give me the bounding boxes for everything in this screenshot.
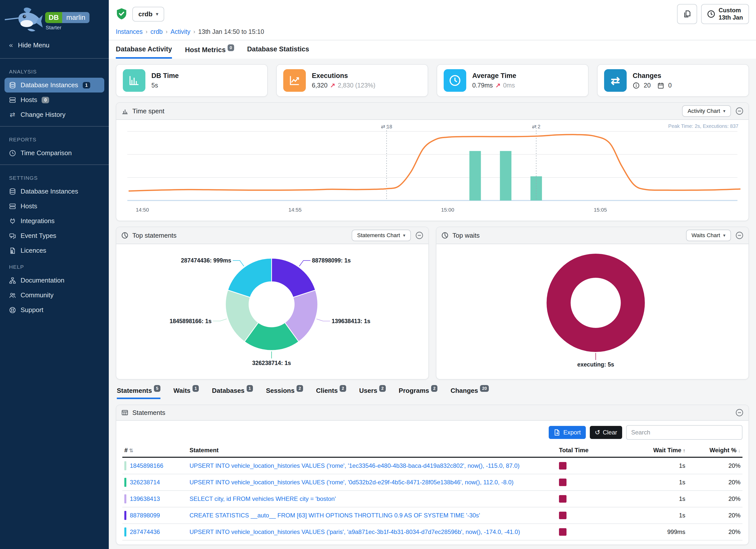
copy-link-button[interactable] <box>677 4 697 24</box>
column-header-wait-time[interactable]: Wait Time↑ <box>612 444 687 457</box>
tab-count-badge: 2 <box>379 385 386 392</box>
sidebar-item-hosts[interactable]: Hosts0 <box>0 93 109 107</box>
statement-id-link[interactable]: 887898099 <box>130 512 160 519</box>
copy-icon <box>683 10 691 19</box>
collapse-icon[interactable] <box>735 231 743 239</box>
docs-icon <box>9 277 16 284</box>
tab-programs[interactable]: Programs2 <box>399 386 438 399</box>
statement-link[interactable]: CREATE STATISTICS __auto__ FROM [63] WIT… <box>190 512 480 519</box>
top-statements-donut: 887898099: 1s139638413: 1s326238714: 1s1… <box>116 244 428 377</box>
breadcrumb-item[interactable]: crdb <box>150 28 163 35</box>
breadcrumb-item[interactable]: Instances <box>116 28 143 35</box>
statement-id-link[interactable]: 139638413 <box>130 495 160 502</box>
donut-slice-executing[interactable] <box>559 266 633 340</box>
column-header-statement: Statement <box>187 444 557 457</box>
calendar-change-count: 0 <box>668 82 672 89</box>
sidebar-nav: ANALYSISDatabase Instances1Hosts0⇄Change… <box>0 63 109 317</box>
executions-bar[interactable] <box>469 151 481 200</box>
weight-value: 20% <box>687 491 742 507</box>
sidebar: DB marlin Starter « Hide Menu ANALYSISDa… <box>0 0 109 549</box>
sidebar-item-time-comparison[interactable]: Time Comparison <box>0 146 109 160</box>
time-range-button[interactable]: Custom 13th Jan <box>701 4 749 24</box>
card-title: Average Time <box>472 72 516 80</box>
tab-sessions[interactable]: Sessions2 <box>266 386 303 399</box>
sidebar-item-event-types[interactable]: Event Types <box>0 228 109 243</box>
activity-chart-selector[interactable]: Activity Chart ▾ <box>682 105 731 117</box>
caret-down-icon: ▾ <box>723 108 725 114</box>
clock-icon <box>9 150 16 157</box>
column-header-[interactable]: #⇅ <box>122 444 187 457</box>
tab-label: Database Activity <box>116 45 172 53</box>
tab-changes[interactable]: Changes20 <box>450 386 489 399</box>
statement-color-chip <box>124 461 126 470</box>
statement-id-link[interactable]: 287474436 <box>130 528 160 535</box>
card-executions: Executions6,320↗2,830 (123%) <box>276 64 428 97</box>
tab-host-metrics[interactable]: Host Metrics0 <box>185 45 234 59</box>
wait-time-value: 1s <box>612 474 687 491</box>
sidebar-item-licences[interactable]: Licences <box>0 243 109 258</box>
statements-chart-selector[interactable]: Statements Chart ▾ <box>352 230 411 241</box>
waits-chart-selector[interactable]: Waits Chart ▾ <box>686 230 731 241</box>
weight-value: 20% <box>687 524 742 540</box>
collapse-icon[interactable] <box>735 409 743 417</box>
change-marker-label[interactable]: ⇄ 18 <box>381 124 392 129</box>
sidebar-item-database-instances[interactable]: Database Instances1 <box>5 78 104 93</box>
executions-bar[interactable] <box>500 151 511 200</box>
search-input[interactable] <box>626 425 742 440</box>
tab-database-activity[interactable]: Database Activity <box>116 45 172 59</box>
donut-slice-887898099[interactable] <box>272 258 316 297</box>
sidebar-item-community[interactable]: Community <box>0 288 109 303</box>
tab-label: Changes <box>450 387 478 394</box>
people-icon <box>9 292 16 299</box>
pie-chart-icon <box>441 232 448 239</box>
card-title: Executions <box>312 72 375 80</box>
export-icon <box>554 429 560 436</box>
tab-label: Programs <box>399 387 429 394</box>
breadcrumb-item[interactable]: Activity <box>170 28 190 35</box>
tab-databases[interactable]: Databases1 <box>212 386 253 399</box>
tab-label: Databases <box>212 387 244 394</box>
main-tabs: Database ActivityHost Metrics0Database S… <box>109 40 756 59</box>
donut-label-leader <box>316 319 330 321</box>
statement-link[interactable]: SELECT city, id FROM vehicles WHERE city… <box>190 495 336 502</box>
donut-slice-287474436[interactable] <box>228 258 272 297</box>
trend-up-icon: ↗ <box>495 82 501 89</box>
statement-link[interactable]: UPSERT INTO vehicle_location_histories V… <box>190 528 520 535</box>
time-spent-svg: ⇄ 18⇄ 214:5014:5515:0015:05 <box>124 121 740 220</box>
content: DB Time5sExecutions6,320↗2,830 (123%)Ave… <box>109 59 756 549</box>
column-header-weight[interactable]: Weight %↓ <box>687 444 742 457</box>
bar-chart-icon <box>123 69 145 92</box>
tab-database-statistics[interactable]: Database Statistics <box>247 45 309 59</box>
sidebar-item-documentation[interactable]: Documentation <box>0 273 109 288</box>
time-spent-chart: Peak Time: 2s, Executions: 837 ⇄ 18⇄ 214… <box>116 120 748 221</box>
instance-selector[interactable]: crdb ▾ <box>132 7 164 22</box>
tab-count-badge: 5 <box>154 385 160 392</box>
statement-link[interactable]: UPSERT INTO vehicle_location_histories V… <box>190 479 514 486</box>
sidebar-item-database-instances[interactable]: Database Instances <box>0 184 109 199</box>
sidebar-item-integrations[interactable]: Integrations <box>0 214 109 228</box>
export-button[interactable]: Export <box>549 426 586 439</box>
sidebar-item-change-history[interactable]: ⇄Change History <box>0 107 109 122</box>
change-marker-label[interactable]: ⇄ 2 <box>532 124 540 129</box>
statement-id-link[interactable]: 1845898166 <box>130 462 163 469</box>
topbar: crdb ▾ Custom 13th Jan <box>109 0 756 40</box>
hide-menu-button[interactable]: « Hide Menu <box>0 36 109 54</box>
tab-users[interactable]: Users2 <box>359 386 386 399</box>
statement-id-link[interactable]: 326238714 <box>130 479 160 486</box>
sidebar-item-hosts[interactable]: Hosts <box>0 199 109 214</box>
clear-button[interactable]: ↺ Clear <box>590 426 622 439</box>
tab-clients[interactable]: Clients2 <box>316 386 346 399</box>
info-change-count: 20 <box>644 82 651 89</box>
sidebar-item-support[interactable]: Support <box>0 303 109 317</box>
total-time-bar <box>559 512 566 519</box>
breadcrumb-item: 13th Jan 14:50 to 15:10 <box>198 28 264 35</box>
licence-icon <box>9 247 16 254</box>
shield-check-icon <box>116 8 127 20</box>
collapse-icon[interactable] <box>415 231 423 239</box>
donut-label: 887898099: 1s <box>312 257 351 264</box>
tab-statements[interactable]: Statements5 <box>117 386 160 399</box>
collapse-icon[interactable] <box>735 107 743 115</box>
statement-link[interactable]: UPSERT INTO vehicle_location_histories V… <box>190 462 520 469</box>
panel-title: Time spent <box>132 107 164 115</box>
tab-waits[interactable]: Waits1 <box>173 386 199 399</box>
